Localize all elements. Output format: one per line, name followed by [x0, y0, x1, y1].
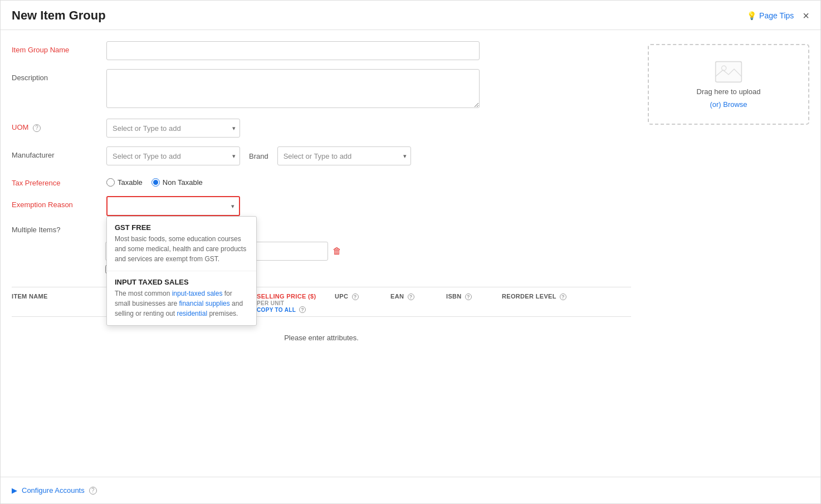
- non-taxable-label: Non Taxable: [163, 178, 203, 187]
- description-row: Description: [12, 69, 631, 110]
- exemption-reason-label: Exemption Reason: [12, 196, 101, 209]
- uom-select[interactable]: Select or Type to add: [106, 119, 240, 138]
- tax-preference-label: Tax Preference: [12, 174, 101, 187]
- bulb-icon: 💡: [747, 11, 756, 20]
- ean-help-icon[interactable]: ?: [408, 293, 414, 300]
- th-reorder-level: REORDER LEVEL ?: [502, 293, 580, 313]
- non-taxable-radio[interactable]: [152, 178, 160, 187]
- main-content: Item Group Name Description UOM ?: [1, 30, 820, 477]
- exemption-dropdown-arrow-icon[interactable]: ▾: [231, 203, 239, 210]
- table-header: ITEM NAME SKU ? Cost Price ($) PER UNIT …: [12, 287, 631, 317]
- taxable-label: Taxable: [118, 178, 143, 187]
- svg-rect-0: [716, 61, 742, 82]
- exemption-reason-input[interactable]: [107, 197, 231, 215]
- header-actions: 💡 Page Tips ×: [747, 10, 809, 21]
- description-label: Description: [12, 69, 101, 82]
- page-title: New Item Group: [12, 8, 106, 23]
- highlight-residential: residential: [177, 310, 207, 317]
- reorder-help-icon[interactable]: ?: [560, 293, 566, 300]
- manufacturer-select-wrapper: Select or Type to add ▾: [106, 146, 240, 165]
- tax-preference-row: Tax Preference Taxable Non Taxable: [12, 174, 631, 187]
- uom-select-wrapper: Select or Type to add ▾: [106, 119, 240, 138]
- configure-chevron-icon: ▶: [12, 486, 17, 495]
- uom-row: UOM ? Select or Type to add ▾: [12, 119, 631, 138]
- description-wrapper: [106, 69, 631, 110]
- item-group-name-input[interactable]: [106, 41, 480, 60]
- manufacturer-brand-wrapper: Select or Type to add ▾ Brand Select or …: [106, 146, 631, 165]
- delete-item-icon[interactable]: 🗑: [333, 246, 341, 256]
- taxable-option[interactable]: Taxable: [106, 178, 143, 187]
- input-taxed-title: INPUT TAXED SALES: [115, 278, 248, 286]
- configure-help-icon[interactable]: ?: [89, 487, 97, 495]
- upload-text: Drag here to upload: [697, 87, 761, 96]
- taxable-radio[interactable]: [106, 178, 115, 187]
- item-group-name-row: Item Group Name: [12, 41, 631, 60]
- selling-price-help-icon[interactable]: ?: [299, 306, 306, 313]
- upload-box[interactable]: Drag here to upload (or) Browse: [648, 44, 809, 125]
- manufacturer-label: Manufacturer: [12, 146, 101, 159]
- input-taxed-desc: The most common input-taxed sales for sm…: [115, 288, 248, 319]
- exemption-reason-row: Exemption Reason ▾ GST FREE Most basic f…: [12, 196, 631, 216]
- multiple-items-row: Multiple Items? Add Attributes: [12, 225, 631, 234]
- exemption-select-container: ▾: [106, 196, 240, 216]
- manufacturer-select[interactable]: Select or Type to add: [106, 146, 240, 165]
- brand-label: Brand: [249, 152, 268, 160]
- manufacturer-brand-row: Manufacturer Select or Type to add ▾ Bra…: [12, 146, 631, 165]
- upload-image-icon: [715, 61, 742, 83]
- page-tips-link[interactable]: 💡 Page Tips: [747, 11, 794, 20]
- uom-label: UOM ?: [12, 119, 101, 132]
- dropdown-item-gst-free[interactable]: GST FREE Most basic foods, some educatio…: [107, 217, 256, 271]
- item-group-name-label: Item Group Name: [12, 41, 101, 54]
- isbn-help-icon[interactable]: ?: [465, 293, 472, 300]
- close-button[interactable]: ×: [803, 10, 809, 21]
- manufacturer-brand-inner: Select or Type to add ▾ Brand Select or …: [106, 146, 631, 165]
- upc-help-icon[interactable]: ?: [352, 293, 359, 300]
- th-item-name: ITEM NAME: [12, 293, 112, 313]
- tax-preference-radio-group: Taxable Non Taxable: [106, 174, 631, 187]
- item-group-name-wrapper: [106, 41, 631, 60]
- form-section: Item Group Name Description UOM ?: [12, 41, 631, 477]
- brand-select-wrapper: Select or Type to add ▾: [277, 146, 411, 165]
- table-empty-message: Please enter attributes.: [12, 317, 631, 359]
- tax-preference-wrapper: Taxable Non Taxable: [106, 174, 631, 187]
- upload-browse-link[interactable]: (or) Browse: [710, 100, 747, 109]
- page-header: New Item Group 💡 Page Tips ×: [1, 1, 820, 30]
- gst-free-title: GST FREE: [115, 223, 248, 232]
- uom-wrapper: Select or Type to add ▾: [106, 119, 631, 138]
- add-inventory-row: Add initial inventory ?: [12, 265, 631, 273]
- exemption-dropdown-menu: GST FREE Most basic foods, some educatio…: [106, 216, 257, 326]
- selling-price-copy-link[interactable]: COPY TO ALL ?: [257, 306, 335, 313]
- highlight-financial: financial supplies: [179, 300, 229, 307]
- brand-select[interactable]: Select or Type to add: [277, 146, 411, 165]
- th-selling-price: Selling Price ($) PER UNIT COPY TO ALL ?: [257, 293, 335, 313]
- description-input[interactable]: [106, 69, 480, 108]
- configure-accounts-link[interactable]: Configure Accounts: [22, 486, 85, 495]
- dropdown-item-input-taxed[interactable]: INPUT TAXED SALES The most common input-…: [107, 271, 256, 325]
- non-taxable-option[interactable]: Non Taxable: [152, 178, 203, 187]
- gst-free-desc: Most basic foods, some education courses…: [115, 234, 248, 264]
- selling-price-sub: PER UNIT: [257, 300, 335, 306]
- item-name-row: 🗑: [12, 242, 631, 261]
- th-ean: EAN ?: [390, 293, 446, 313]
- th-upc: UPC ?: [335, 293, 390, 313]
- items-table-section: ITEM NAME SKU ? Cost Price ($) PER UNIT …: [12, 287, 631, 359]
- multiple-items-label: Multiple Items?: [12, 226, 101, 234]
- page-footer: ▶ Configure Accounts ?: [1, 477, 820, 503]
- uom-help-icon[interactable]: ?: [33, 124, 41, 132]
- exemption-reason-wrapper: ▾ GST FREE Most basic foods, some educat…: [106, 196, 631, 216]
- th-isbn: ISBN ?: [446, 293, 502, 313]
- highlight-input-taxed: input-taxed sales: [172, 290, 223, 297]
